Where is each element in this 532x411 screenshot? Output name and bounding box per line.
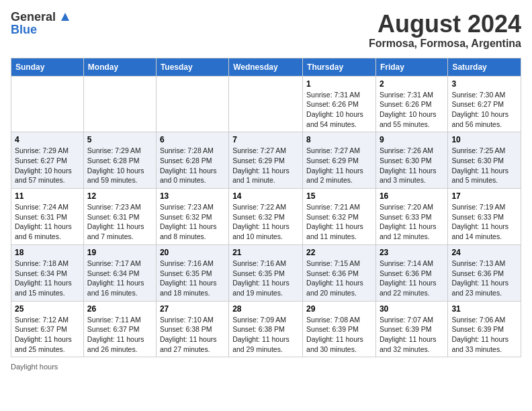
- calendar-cell: 3Sunrise: 7:30 AMSunset: 6:27 PMDaylight…: [448, 76, 521, 132]
- day-number: 11: [15, 191, 80, 201]
- calendar-day-header: Wednesday: [229, 58, 303, 76]
- day-info: Sunrise: 7:14 AMSunset: 6:36 PMDaylight:…: [380, 259, 444, 298]
- calendar-cell: 24Sunrise: 7:13 AMSunset: 6:36 PMDayligh…: [448, 244, 521, 301]
- day-info: Sunrise: 7:17 AMSunset: 6:34 PMDaylight:…: [87, 259, 152, 298]
- day-info: Sunrise: 7:10 AMSunset: 6:38 PMDaylight:…: [160, 315, 225, 355]
- day-info: Sunrise: 7:29 AMSunset: 6:28 PMDaylight:…: [87, 146, 152, 185]
- day-info: Sunrise: 7:15 AMSunset: 6:36 PMDaylight:…: [306, 259, 372, 298]
- calendar-week-row: 25Sunrise: 7:12 AMSunset: 6:37 PMDayligh…: [11, 301, 521, 357]
- calendar-cell: 30Sunrise: 7:07 AMSunset: 6:39 PMDayligh…: [375, 301, 447, 357]
- day-number: 9: [380, 135, 444, 144]
- day-info: Sunrise: 7:27 AMSunset: 6:29 PMDaylight:…: [232, 146, 299, 185]
- logo: General Blue: [11, 11, 70, 36]
- calendar-cell: 1Sunrise: 7:31 AMSunset: 6:26 PMDaylight…: [303, 76, 376, 132]
- day-number: 2: [380, 79, 444, 89]
- day-number: 4: [15, 135, 80, 144]
- calendar-day-header: Thursday: [303, 58, 376, 76]
- calendar-cell: 14Sunrise: 7:22 AMSunset: 6:32 PMDayligh…: [229, 189, 303, 245]
- day-info: Sunrise: 7:23 AMSunset: 6:31 PMDaylight:…: [87, 202, 152, 242]
- day-number: 8: [306, 135, 372, 144]
- day-number: 17: [451, 191, 517, 201]
- day-info: Sunrise: 7:21 AMSunset: 6:32 PMDaylight:…: [306, 202, 372, 242]
- calendar-cell: 18Sunrise: 7:18 AMSunset: 6:34 PMDayligh…: [11, 244, 84, 301]
- day-number: 21: [232, 248, 299, 257]
- day-info: Sunrise: 7:26 AMSunset: 6:30 PMDaylight:…: [380, 146, 444, 185]
- day-number: 26: [87, 304, 152, 314]
- calendar-cell: 12Sunrise: 7:23 AMSunset: 6:31 PMDayligh…: [83, 189, 156, 245]
- calendar-cell: 8Sunrise: 7:27 AMSunset: 6:29 PMDaylight…: [303, 132, 376, 189]
- day-info: Sunrise: 7:09 AMSunset: 6:38 PMDaylight:…: [232, 315, 299, 355]
- calendar-week-row: 1Sunrise: 7:31 AMSunset: 6:26 PMDaylight…: [11, 76, 521, 132]
- calendar-cell: [229, 76, 303, 132]
- day-number: 3: [451, 79, 517, 89]
- calendar-cell: 13Sunrise: 7:23 AMSunset: 6:32 PMDayligh…: [156, 189, 228, 245]
- calendar-cell: 16Sunrise: 7:20 AMSunset: 6:33 PMDayligh…: [375, 189, 447, 245]
- page-header: General Blue August 2024 Formosa, Formos…: [11, 11, 521, 50]
- day-number: 22: [306, 248, 372, 257]
- day-number: 30: [380, 304, 444, 314]
- day-info: Sunrise: 7:22 AMSunset: 6:32 PMDaylight:…: [232, 202, 299, 242]
- day-number: 10: [451, 135, 517, 144]
- calendar-cell: 7Sunrise: 7:27 AMSunset: 6:29 PMDaylight…: [229, 132, 303, 189]
- calendar-week-row: 11Sunrise: 7:24 AMSunset: 6:31 PMDayligh…: [11, 189, 521, 245]
- calendar-cell: [11, 76, 84, 132]
- calendar-cell: 31Sunrise: 7:06 AMSunset: 6:39 PMDayligh…: [448, 301, 521, 357]
- day-info: Sunrise: 7:07 AMSunset: 6:39 PMDaylight:…: [380, 315, 444, 355]
- calendar-footer: Daylight hours: [11, 363, 521, 371]
- daylight-label: Daylight hours: [11, 363, 58, 371]
- calendar-cell: 26Sunrise: 7:11 AMSunset: 6:37 PMDayligh…: [83, 301, 156, 357]
- day-number: 20: [160, 248, 225, 257]
- day-info: Sunrise: 7:16 AMSunset: 6:35 PMDaylight:…: [160, 259, 225, 298]
- day-number: 19: [87, 248, 152, 257]
- day-info: Sunrise: 7:29 AMSunset: 6:27 PMDaylight:…: [15, 146, 80, 185]
- calendar-table: SundayMondayTuesdayWednesdayThursdayFrid…: [11, 58, 521, 358]
- calendar-cell: 22Sunrise: 7:15 AMSunset: 6:36 PMDayligh…: [303, 244, 376, 301]
- calendar-cell: 10Sunrise: 7:25 AMSunset: 6:30 PMDayligh…: [448, 132, 521, 189]
- day-info: Sunrise: 7:11 AMSunset: 6:37 PMDaylight:…: [87, 315, 152, 355]
- day-info: Sunrise: 7:24 AMSunset: 6:31 PMDaylight:…: [15, 202, 80, 242]
- day-number: 14: [232, 191, 299, 201]
- calendar-day-header: Sunday: [11, 58, 84, 76]
- title-block: August 2024 Formosa, Formosa, Argentina: [369, 11, 521, 50]
- day-number: 16: [380, 191, 444, 201]
- calendar-cell: 29Sunrise: 7:08 AMSunset: 6:39 PMDayligh…: [303, 301, 376, 357]
- day-info: Sunrise: 7:06 AMSunset: 6:39 PMDaylight:…: [451, 315, 517, 355]
- calendar-week-row: 4Sunrise: 7:29 AMSunset: 6:27 PMDaylight…: [11, 132, 521, 189]
- calendar-day-header: Saturday: [448, 58, 521, 76]
- day-info: Sunrise: 7:31 AMSunset: 6:26 PMDaylight:…: [380, 90, 444, 130]
- day-number: 23: [380, 248, 444, 257]
- calendar-cell: 19Sunrise: 7:17 AMSunset: 6:34 PMDayligh…: [83, 244, 156, 301]
- day-number: 1: [306, 79, 372, 89]
- day-number: 5: [87, 135, 152, 144]
- calendar-cell: 21Sunrise: 7:16 AMSunset: 6:35 PMDayligh…: [229, 244, 303, 301]
- calendar-cell: 6Sunrise: 7:28 AMSunset: 6:28 PMDaylight…: [156, 132, 228, 189]
- calendar-cell: 23Sunrise: 7:14 AMSunset: 6:36 PMDayligh…: [375, 244, 447, 301]
- calendar-cell: [83, 76, 156, 132]
- day-number: 28: [232, 304, 299, 314]
- day-number: 25: [15, 304, 80, 314]
- day-info: Sunrise: 7:12 AMSunset: 6:37 PMDaylight:…: [15, 315, 80, 355]
- day-number: 31: [451, 304, 517, 314]
- calendar-cell: 28Sunrise: 7:09 AMSunset: 6:38 PMDayligh…: [229, 301, 303, 357]
- day-info: Sunrise: 7:16 AMSunset: 6:35 PMDaylight:…: [232, 259, 299, 298]
- logo-arrow-icon: [60, 12, 70, 24]
- day-number: 12: [87, 191, 152, 201]
- calendar-cell: 20Sunrise: 7:16 AMSunset: 6:35 PMDayligh…: [156, 244, 228, 301]
- day-info: Sunrise: 7:25 AMSunset: 6:30 PMDaylight:…: [451, 146, 517, 185]
- calendar-cell: 5Sunrise: 7:29 AMSunset: 6:28 PMDaylight…: [83, 132, 156, 189]
- calendar-day-header: Friday: [375, 58, 447, 76]
- calendar-cell: 25Sunrise: 7:12 AMSunset: 6:37 PMDayligh…: [11, 301, 84, 357]
- calendar-week-row: 18Sunrise: 7:18 AMSunset: 6:34 PMDayligh…: [11, 244, 521, 301]
- day-info: Sunrise: 7:18 AMSunset: 6:34 PMDaylight:…: [15, 259, 80, 298]
- day-number: 29: [306, 304, 372, 314]
- svg-marker-0: [61, 13, 69, 21]
- calendar-cell: 11Sunrise: 7:24 AMSunset: 6:31 PMDayligh…: [11, 189, 84, 245]
- day-info: Sunrise: 7:13 AMSunset: 6:36 PMDaylight:…: [451, 259, 517, 298]
- calendar-cell: [156, 76, 228, 132]
- day-info: Sunrise: 7:27 AMSunset: 6:29 PMDaylight:…: [306, 146, 372, 185]
- day-info: Sunrise: 7:19 AMSunset: 6:33 PMDaylight:…: [451, 202, 517, 242]
- day-number: 15: [306, 191, 372, 201]
- day-number: 27: [160, 304, 225, 314]
- calendar-location: Formosa, Formosa, Argentina: [369, 38, 521, 50]
- calendar-cell: 9Sunrise: 7:26 AMSunset: 6:30 PMDaylight…: [375, 132, 447, 189]
